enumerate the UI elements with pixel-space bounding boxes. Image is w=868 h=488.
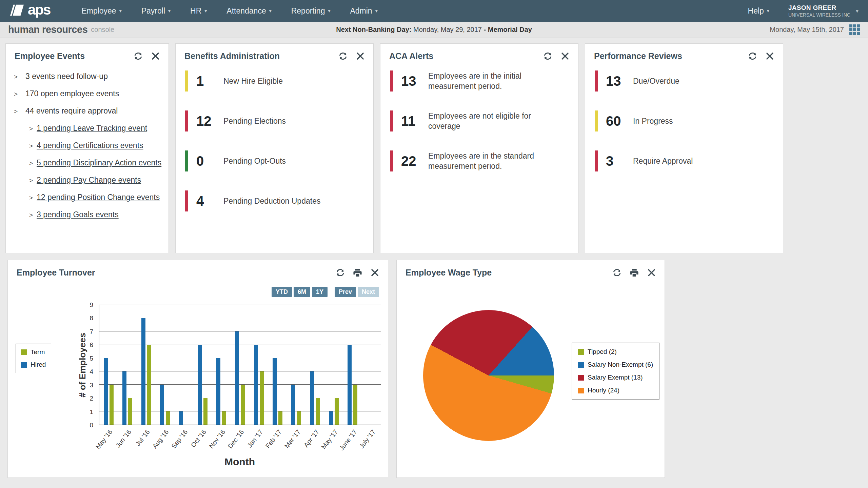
stat-new-hire-eligible[interactable]: 1 New Hire Eligible bbox=[185, 70, 364, 92]
turnover-yaxis: 0123456789 bbox=[8, 305, 96, 425]
chevron-down-icon: ▾ bbox=[328, 8, 330, 14]
stat-require-approval[interactable]: 3 Require Approval bbox=[595, 150, 773, 171]
stat-label: Employees are not eligible for coverage bbox=[428, 111, 564, 131]
refresh-icon[interactable] bbox=[335, 268, 345, 278]
turnover-xlabels: May '16Jun '16Jul '16Aug '16Sep '16Oct '… bbox=[99, 427, 381, 458]
employee-events-widget: Employee Events > 3 events need follow-u… bbox=[5, 43, 169, 253]
nav-menu-attendance[interactable]: Attendance▾ bbox=[226, 6, 271, 16]
stat-pending-opt-outs[interactable]: 0 Pending Opt-Outs bbox=[185, 150, 364, 171]
nav-menu-payroll[interactable]: Payroll▾ bbox=[141, 6, 171, 16]
event-link-text[interactable]: 5 pending Disciplinary Action events bbox=[37, 158, 161, 168]
salary-non-exempt-swatch bbox=[578, 362, 584, 368]
bar-hired-5 bbox=[198, 345, 202, 425]
range-1y-button[interactable]: 1Y bbox=[312, 287, 328, 297]
close-icon[interactable] bbox=[151, 51, 160, 61]
performance-reviews-widget: Performance Reviews 13 Due/Overdue bbox=[585, 43, 783, 253]
apps-grid-icon[interactable] bbox=[849, 24, 860, 35]
expand-arrow-icon: > bbox=[14, 89, 25, 99]
bar-term-9 bbox=[278, 411, 282, 425]
widget-header: Benefits Administration bbox=[176, 44, 373, 61]
close-icon[interactable] bbox=[765, 51, 775, 61]
aca-alerts-widget: ACA Alerts 13 Employees are in the initi… bbox=[380, 43, 578, 253]
top-nav: aps Employee▾ Payroll▾ HR▾ Attendance▾ R… bbox=[0, 0, 868, 22]
bar-hired-10 bbox=[291, 385, 295, 425]
prev-button[interactable]: Prev bbox=[335, 287, 356, 297]
bar-hired-3 bbox=[160, 385, 164, 425]
stat-due-overdue[interactable]: 13 Due/Overdue bbox=[595, 70, 773, 92]
link-pay-change-events[interactable]: > 2 pending Pay Change events bbox=[29, 175, 162, 186]
stat-value: 13 bbox=[606, 74, 633, 89]
stat-value: 22 bbox=[401, 154, 428, 169]
stat-label: Due/Overdue bbox=[633, 76, 679, 86]
nav-menu-label: Employee bbox=[81, 6, 116, 16]
legend-item-hourly: Hourly (24) bbox=[578, 387, 653, 394]
event-link-text[interactable]: 12 pending Position Change events bbox=[37, 192, 160, 202]
stat-pending-deduction-updates[interactable]: 4 Pending Deduction Updates bbox=[185, 190, 364, 211]
link-position-change-events[interactable]: > 12 pending Position Change events bbox=[29, 192, 162, 203]
nav-menu-employee[interactable]: Employee▾ bbox=[81, 6, 121, 16]
link-certifications-events[interactable]: > 4 pending Certifications events bbox=[29, 140, 162, 151]
nav-right: Help▾ JASON GREER UNIVERSAL WIRELESS INC… bbox=[748, 4, 859, 18]
event-link-text[interactable]: 3 pending Goals events bbox=[37, 209, 119, 220]
event-item-text: 170 open employee events bbox=[25, 88, 119, 99]
refresh-icon[interactable] bbox=[543, 51, 553, 61]
chevron-down-icon: ▾ bbox=[767, 8, 769, 14]
bar-hired-12 bbox=[329, 411, 333, 425]
print-icon[interactable] bbox=[353, 268, 362, 278]
status-color-bar bbox=[595, 150, 598, 171]
bar-hired-7 bbox=[235, 331, 239, 425]
y-tick-0: 0 bbox=[90, 422, 93, 429]
link-disciplinary-action-events[interactable]: > 5 pending Disciplinary Action events bbox=[29, 158, 162, 168]
bar-term-0 bbox=[110, 385, 114, 425]
x-tick-label: Apr '17 bbox=[302, 428, 321, 449]
refresh-icon[interactable] bbox=[338, 51, 348, 61]
events-approval-item[interactable]: > 44 events require approval bbox=[14, 106, 162, 117]
aps-logo-text: aps bbox=[28, 3, 50, 19]
close-icon[interactable] bbox=[647, 268, 656, 278]
event-link-text[interactable]: 1 pending Leave Tracking event bbox=[37, 123, 147, 133]
range-6m-button[interactable]: 6M bbox=[294, 287, 310, 297]
stat-standard-measurement[interactable]: 22 Employees are in the standard measure… bbox=[390, 150, 569, 171]
stat-label: Employees are in the standard measuremen… bbox=[428, 151, 564, 171]
events-followup-item[interactable]: > 3 events need follow-up bbox=[14, 71, 162, 82]
non-banking-day-date: Monday, May 29, 2017 bbox=[413, 26, 482, 33]
stat-in-progress[interactable]: 60 In Progress bbox=[595, 110, 773, 131]
chevron-down-icon: ▾ bbox=[204, 8, 207, 14]
widget-title: Employee Events bbox=[15, 51, 85, 61]
stat-value: 12 bbox=[196, 114, 223, 129]
range-ytd-button[interactable]: YTD bbox=[272, 287, 292, 297]
next-button[interactable]: Next bbox=[358, 287, 379, 297]
widget-title: ACA Alerts bbox=[389, 51, 433, 61]
bar-group-12 bbox=[324, 305, 343, 425]
link-goals-events[interactable]: > 3 pending Goals events bbox=[29, 209, 162, 220]
close-icon[interactable] bbox=[560, 51, 570, 61]
aca-stats: 13 Employees are in the initial measurem… bbox=[380, 61, 578, 171]
help-menu[interactable]: Help▾ bbox=[748, 6, 769, 16]
stat-initial-measurement[interactable]: 13 Employees are in the initial measurem… bbox=[390, 70, 569, 92]
turnover-plot bbox=[99, 305, 381, 425]
y-tick-9: 9 bbox=[90, 301, 93, 309]
link-leave-tracking-events[interactable]: > 1 pending Leave Tracking event bbox=[29, 123, 162, 134]
nav-menu-hr[interactable]: HR▾ bbox=[190, 6, 207, 16]
close-icon[interactable] bbox=[355, 51, 365, 61]
aps-logo[interactable]: aps bbox=[9, 3, 50, 19]
user-menu[interactable]: JASON GREER UNIVERSAL WIRELESS INC ▾ bbox=[788, 4, 859, 18]
refresh-icon[interactable] bbox=[612, 268, 622, 278]
events-open-item[interactable]: > 170 open employee events bbox=[14, 88, 162, 99]
console-title: human resources bbox=[8, 24, 87, 35]
refresh-icon[interactable] bbox=[748, 51, 757, 61]
close-icon[interactable] bbox=[370, 268, 380, 278]
stat-pending-elections[interactable]: 12 Pending Elections bbox=[185, 110, 364, 131]
user-company: UNIVERSAL WIRELESS INC bbox=[788, 12, 850, 18]
nav-menu-admin[interactable]: Admin▾ bbox=[350, 6, 377, 16]
expand-arrow-icon: > bbox=[29, 193, 37, 203]
bar-term-2 bbox=[147, 345, 151, 425]
refresh-icon[interactable] bbox=[133, 51, 143, 61]
nav-menu-label: Reporting bbox=[291, 6, 325, 16]
event-link-text[interactable]: 2 pending Pay Change events bbox=[37, 175, 141, 185]
event-link-text[interactable]: 4 pending Certifications events bbox=[37, 140, 143, 150]
print-icon[interactable] bbox=[629, 268, 639, 278]
event-item-text: 3 events need follow-up bbox=[25, 71, 108, 81]
nav-menu-reporting[interactable]: Reporting▾ bbox=[291, 6, 331, 16]
stat-not-eligible-coverage[interactable]: 11 Employees are not eligible for covera… bbox=[390, 110, 569, 131]
